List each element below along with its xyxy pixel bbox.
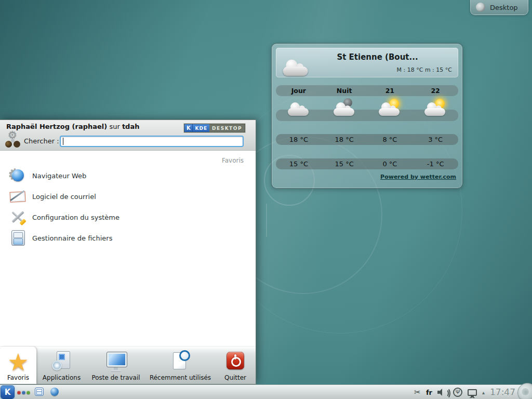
green-dot-icon — [26, 391, 30, 394]
star-icon — [6, 350, 30, 374]
user-name: Raphaël Hertzog (raphael) — [6, 123, 107, 130]
temp-value: -1 °C — [413, 158, 458, 169]
kickoff-content: Favoris Navigateur Web Logiciel de courr… — [0, 151, 256, 346]
column-header: 22 — [413, 85, 458, 96]
search-binoculars-icon — [4, 132, 22, 149]
temp-value: 15 °C — [322, 158, 367, 169]
menu-item-label: Gestionnaire de fichiers — [32, 234, 112, 242]
panel-cashew-toolbox[interactable] — [517, 383, 532, 399]
menu-item-file-manager[interactable]: Gestionnaire de fichiers — [0, 228, 256, 248]
search-label: Chercher : — [24, 137, 59, 145]
tab-computer[interactable]: Poste de travail — [87, 347, 145, 384]
web-browser-launcher-icon[interactable] — [50, 388, 59, 396]
search-field-frame — [60, 136, 244, 147]
volume-speaker-icon[interactable] — [437, 388, 448, 396]
file-manager-launcher-icon[interactable] — [35, 388, 44, 396]
menu-item-label: Logiciel de courriel — [32, 193, 96, 201]
web-browser-icon — [9, 167, 26, 184]
folder-swirl-icon — [476, 3, 485, 12]
weather-high-temps-row: 18 °C 18 °C 8 °C 3 °C — [276, 134, 458, 145]
column-header: Nuit — [322, 85, 367, 96]
text-caret — [63, 138, 63, 145]
device-notifier-usb-icon[interactable] — [453, 388, 462, 397]
klipper-scissors-icon[interactable]: ✂ — [414, 389, 421, 396]
network-monitor-icon[interactable] — [468, 389, 477, 396]
system-tray: ✂ fr ▴ 17:47 — [414, 385, 515, 399]
kde-badge-label: KDE — [193, 124, 209, 132]
kde-logo-icon: K — [184, 124, 193, 132]
menu-item-email-client[interactable]: Logiciel de courriel — [0, 186, 256, 207]
forecast-icon — [423, 98, 448, 118]
forecast-icon — [286, 98, 311, 118]
wetter-credit-link[interactable]: Powered by wetter.com — [380, 174, 456, 180]
file-manager-icon — [9, 230, 26, 246]
temp-value: 18 °C — [276, 134, 322, 145]
weather-low-temps-row: 15 °C 15 °C 0 °C -1 °C — [276, 158, 458, 169]
kickoff-menu: Raphaël Hertzog (raphael) sur tdah K KDE… — [0, 119, 256, 384]
kmenu-launcher-button[interactable]: K — [1, 386, 14, 398]
temp-value: 15 °C — [276, 158, 322, 169]
kickoff-tab-bar: Favoris Applications Poste de travail Ré… — [0, 346, 256, 384]
red-dot-icon — [17, 391, 21, 394]
task-indicator-dots[interactable] — [17, 391, 30, 394]
temp-value: 8 °C — [367, 134, 413, 145]
tab-applications[interactable]: Applications — [36, 347, 87, 384]
tab-recently-used[interactable]: Récemment utilisés — [145, 347, 216, 384]
weather-icon-row — [276, 98, 458, 121]
temp-value: 0 °C — [367, 158, 413, 169]
column-header: 21 — [367, 85, 413, 96]
tab-favorites[interactable]: Favoris — [0, 347, 36, 384]
weather-column-headers: Jour Nuit 21 22 — [276, 85, 458, 96]
temp-value: 18 °C — [322, 134, 367, 145]
power-icon — [223, 350, 247, 374]
forecast-icon — [332, 98, 357, 118]
blue-dot-icon — [22, 391, 25, 394]
menu-item-label: Navigateur Web — [32, 172, 86, 180]
applications-box-icon — [50, 350, 74, 374]
desktop-badge-label: DESKTOP — [209, 124, 245, 132]
menu-item-system-settings[interactable]: Configuration du système — [0, 207, 256, 228]
computer-icon — [104, 350, 128, 374]
desktop-folder-widget[interactable]: Desktop — [470, 0, 528, 15]
keyboard-layout-indicator[interactable]: fr — [426, 389, 432, 396]
search-input[interactable] — [61, 137, 243, 146]
weather-widget[interactable]: St Etienne (Bout... M : 18 °C m : 15 °C … — [271, 43, 463, 189]
column-header: Jour — [276, 85, 322, 96]
weather-header: St Etienne (Bout... M : 18 °C m : 15 °C — [276, 48, 458, 77]
menu-item-web-browser[interactable]: Navigateur Web — [0, 165, 256, 186]
tab-leave[interactable]: Quitter — [216, 347, 255, 384]
desktop-widget-label: Desktop — [490, 4, 518, 11]
temp-value: 3 °C — [413, 134, 458, 145]
weather-location-title: St Etienne (Bout... — [297, 52, 458, 62]
digital-clock[interactable]: 17:47 — [490, 387, 515, 397]
user-identity: Raphaël Hertzog (raphael) sur tdah — [6, 123, 139, 130]
favorites-list: Navigateur Web Logiciel de courriel Conf… — [0, 165, 256, 248]
kde-desktop-badge: K KDE DESKTOP — [184, 124, 245, 132]
section-label: Favoris — [222, 157, 244, 164]
taskbar-panel: K ✂ fr ▴ 17:47 — [0, 384, 532, 399]
menu-item-label: Configuration du système — [32, 214, 119, 221]
user-sep: sur — [107, 123, 122, 130]
document-clock-icon — [168, 350, 192, 374]
forecast-icon — [377, 98, 402, 118]
weather-minmax: M : 18 °C m : 15 °C — [397, 66, 452, 73]
system-settings-icon — [9, 209, 26, 225]
email-icon — [9, 188, 26, 205]
host-name: tdah — [122, 123, 140, 130]
tray-expander-icon[interactable]: ▴ — [482, 390, 485, 395]
kickoff-header: Raphaël Hertzog (raphael) sur tdah K KDE… — [0, 120, 256, 151]
